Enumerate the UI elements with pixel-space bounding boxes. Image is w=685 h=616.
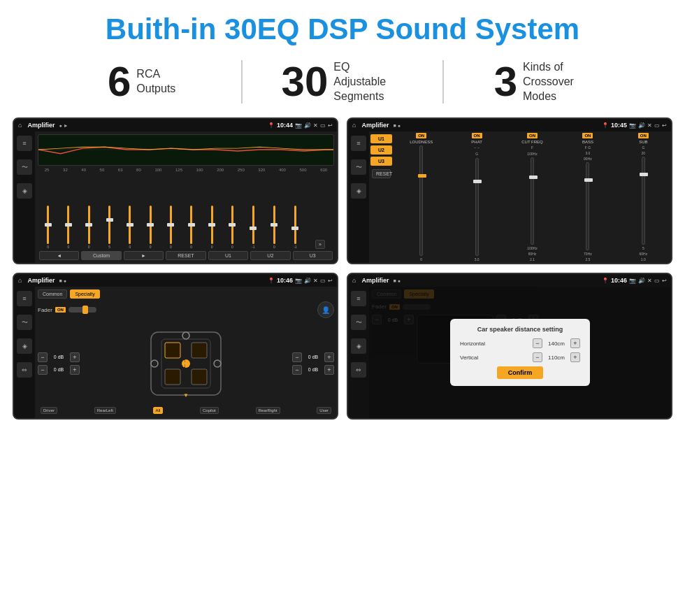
eq-icon[interactable]: ≡: [17, 136, 32, 151]
vol-minus-1[interactable]: −: [38, 352, 48, 362]
slider-11[interactable]: -1: [252, 206, 254, 249]
vol-plus-2[interactable]: +: [70, 365, 80, 375]
screen1-time: 10:44: [277, 122, 293, 129]
driver-btn-3[interactable]: Driver: [41, 407, 57, 414]
rearright-btn-3[interactable]: RearRight: [256, 407, 280, 414]
speaker-icon[interactable]: ◈: [17, 183, 32, 199]
confirm-button[interactable]: Confirm: [497, 366, 544, 379]
slider-5[interactable]: 0: [129, 206, 131, 249]
vol-minus-3[interactable]: −: [292, 352, 302, 362]
tab-common[interactable]: Common: [38, 289, 67, 299]
sliders-row: 0 0 0 5 0: [38, 173, 334, 249]
fader-icon-3[interactable]: ⇔: [17, 362, 32, 378]
fader-slider[interactable]: [68, 307, 96, 313]
horizontal-plus[interactable]: +: [570, 338, 580, 348]
vertical-label: Vertical: [460, 354, 478, 361]
screen3-body: ≡ 〜 ◈ ⇔ Common Specialty Fader ON 👤: [14, 287, 337, 418]
wave-icon[interactable]: 〜: [17, 159, 32, 175]
vol-plus-1[interactable]: +: [70, 352, 80, 362]
expand-btn[interactable]: »: [315, 240, 325, 249]
slider-3[interactable]: 0: [88, 206, 90, 249]
bass-on[interactable]: ON: [582, 133, 593, 138]
screen2-dots: ■ ●: [393, 123, 400, 128]
status-bar-1: ⌂ Amplifier ● ► 📍 10:44 📷 🔊 ✕ ▭ ↩: [14, 119, 337, 131]
crossover-reset[interactable]: RESET: [372, 169, 391, 178]
vol-minus-2[interactable]: −: [38, 365, 48, 375]
cutfreq-on[interactable]: ON: [527, 133, 538, 138]
screen4-time: 10:46: [611, 277, 627, 284]
screen2-body: ≡ 〜 ◈ U1 U2 U3 RESET ON LOUDNESS 0: [348, 131, 671, 263]
prev-btn[interactable]: ◄: [39, 251, 79, 260]
svg-rect-3: [165, 343, 180, 358]
copilot-btn-3[interactable]: Copilot: [200, 407, 219, 414]
wave-icon-4[interactable]: 〜: [351, 315, 366, 330]
slider-4[interactable]: 5: [108, 206, 110, 249]
camera-icon-3: 📷: [295, 278, 302, 284]
eq-icon-3[interactable]: ≡: [17, 291, 32, 306]
user-icon-3[interactable]: 👤: [317, 301, 334, 318]
loudness-on[interactable]: ON: [416, 133, 426, 138]
back-icon-1[interactable]: ↩: [328, 122, 333, 129]
slider-8[interactable]: 0: [190, 206, 192, 249]
right-vol-controls: − 0 dB + − 0 dB +: [292, 321, 334, 406]
phat-val: 3.0: [475, 257, 480, 262]
vertical-plus[interactable]: +: [570, 352, 580, 362]
fader-thumb: [82, 306, 88, 314]
u3-btn[interactable]: U3: [293, 251, 333, 260]
slider-9[interactable]: 0: [211, 206, 213, 249]
rearleft-btn-3[interactable]: RearLeft: [94, 407, 116, 414]
svg-rect-6: [192, 369, 207, 385]
speaker-icon-3[interactable]: ◈: [17, 338, 32, 354]
screen4-title: Amplifier: [361, 277, 389, 284]
rect-icon-4: ▭: [654, 278, 660, 284]
wave-icon-3[interactable]: 〜: [17, 315, 32, 330]
slider-10[interactable]: 0: [231, 206, 233, 249]
u2-select[interactable]: U2: [370, 145, 392, 155]
home-icon-1[interactable]: ⌂: [18, 122, 22, 129]
fader-icon-4[interactable]: ⇔: [351, 362, 366, 378]
slider-2[interactable]: 0: [67, 206, 69, 249]
vol-minus-4[interactable]: −: [292, 365, 302, 375]
all-btn-3[interactable]: All: [153, 407, 164, 414]
user-btn-3[interactable]: User: [317, 407, 331, 414]
fader-main: Common Specialty Fader ON 👤 −: [35, 287, 337, 418]
rca-text: RCA Outputs: [136, 67, 175, 96]
horizontal-minus[interactable]: −: [533, 338, 542, 348]
phat-on[interactable]: ON: [472, 133, 482, 138]
u2-btn[interactable]: U2: [250, 251, 290, 260]
slider-1[interactable]: 0: [47, 206, 49, 249]
u1-btn[interactable]: U1: [208, 251, 248, 260]
home-icon-3[interactable]: ⌂: [18, 277, 22, 284]
left-icons-3: ≡ 〜 ◈ ⇔: [14, 287, 35, 418]
dialog-vertical-row: Vertical − 110cm +: [460, 352, 580, 362]
status-bar-3: ⌂ Amplifier ■ ● 📍 10:46 📷 🔊 ✕ ▭ ↩: [14, 274, 337, 287]
u3-select[interactable]: U3: [370, 157, 392, 166]
back-icon-3[interactable]: ↩: [328, 278, 333, 284]
fader-on-badge[interactable]: ON: [55, 307, 66, 313]
wave-icon-2[interactable]: 〜: [351, 159, 366, 175]
slider-12[interactable]: 0: [273, 206, 275, 249]
custom-btn[interactable]: Custom: [81, 251, 121, 260]
eq-icon-2[interactable]: ≡: [351, 136, 366, 151]
back-icon-4[interactable]: ↩: [662, 278, 667, 284]
sub-on[interactable]: ON: [638, 133, 649, 138]
u1-select[interactable]: U1: [370, 134, 392, 143]
home-icon-4[interactable]: ⌂: [352, 277, 356, 284]
eq-icon-4[interactable]: ≡: [351, 291, 366, 306]
slider-13[interactable]: -1: [294, 206, 296, 249]
reset-btn[interactable]: RESET: [166, 251, 206, 260]
speaker-icon-2[interactable]: ◈: [351, 183, 366, 199]
home-icon-2[interactable]: ⌂: [352, 122, 356, 129]
screen1-body: ≡ 〜 ◈ 25 32 40 50 63 8: [14, 131, 337, 263]
stats-row: 6 RCA Outputs 30 EQ Adjustable Segments …: [0, 53, 685, 110]
slider-7[interactable]: 0: [170, 206, 172, 249]
vol-plus-4[interactable]: +: [324, 365, 334, 375]
play-btn[interactable]: ►: [124, 251, 164, 260]
slider-6[interactable]: 0: [150, 206, 152, 249]
vol-plus-3[interactable]: +: [324, 352, 334, 362]
back-icon-2[interactable]: ↩: [662, 122, 667, 129]
speaker-icon-4[interactable]: ◈: [351, 338, 366, 354]
tab-specialty[interactable]: Specialty: [70, 289, 99, 299]
vertical-minus[interactable]: −: [533, 352, 542, 362]
car-diagram: ↑ ↓ ▼: [82, 321, 289, 406]
